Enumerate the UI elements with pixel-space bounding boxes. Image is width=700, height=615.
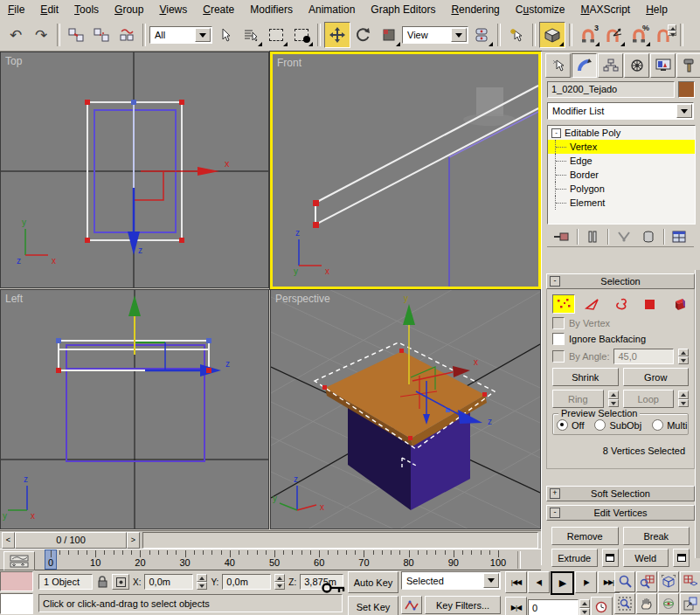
stack-item-vertex[interactable]: Vertex (548, 140, 695, 154)
preview-multi-radio[interactable] (652, 419, 663, 431)
auto-key-button[interactable]: Auto Key (348, 571, 399, 593)
bind-to-space-warp-icon[interactable] (114, 23, 139, 47)
default-tangent-icon[interactable] (401, 596, 422, 614)
selection-rollout-header[interactable]: - Selection (546, 273, 695, 289)
dropdown-arrow-icon[interactable] (195, 28, 211, 42)
select-object-icon[interactable] (213, 23, 238, 47)
menu-item-file[interactable]: File (0, 1, 32, 18)
menu-item-graph-editors[interactable]: Graph Editors (363, 1, 443, 18)
stack-item-element[interactable]: Element (548, 196, 695, 210)
previous-frame-arrow[interactable]: < (2, 532, 15, 549)
soft-selection-rollout-header[interactable]: + Soft Selection (546, 486, 695, 501)
collapse-icon[interactable]: - (550, 276, 560, 287)
spinner-snap-icon[interactable] (652, 23, 676, 47)
dropdown-arrow-icon[interactable] (676, 104, 692, 118)
loop-button[interactable]: Loop (623, 390, 675, 408)
modifier-stack[interactable]: -Editable PolyVertexEdgeBorderPolygonEle… (547, 125, 696, 225)
menu-item-rendering[interactable]: Rendering (443, 1, 507, 18)
menu-item-modifiers[interactable]: Modifiers (242, 1, 301, 18)
object-color-swatch[interactable] (678, 81, 695, 98)
viewport-perspective[interactable]: Perspective y (271, 290, 540, 529)
selection-set-dropdown[interactable]: Selected (401, 571, 501, 590)
object-name-field[interactable]: 1_0200_Tejado (547, 81, 675, 98)
select-and-rotate-icon[interactable] (351, 23, 376, 47)
arc-rotate-icon[interactable] (658, 593, 679, 614)
mini-curve-editor-icon[interactable] (3, 551, 35, 570)
time-configuration-icon[interactable] (591, 597, 613, 615)
maxscript-listener-pane[interactable] (0, 593, 33, 614)
by-angle-row[interactable]: By Angle: 45,0 (547, 347, 694, 366)
unlink-selection-icon[interactable] (89, 23, 114, 47)
edit-vertices-rollout-header[interactable]: - Edit Vertices (546, 505, 695, 521)
zoom-all-icon[interactable] (636, 571, 657, 592)
ignore-backfacing-checkbox[interactable] (552, 333, 565, 345)
next-frame-icon[interactable]: |▶ (575, 571, 597, 593)
viewport-front[interactable]: Front z y x (270, 52, 541, 289)
create-tab[interactable] (545, 53, 571, 78)
time-slider-track[interactable] (142, 532, 538, 549)
rectangular-selection-region-icon[interactable] (264, 23, 288, 47)
keyboard-shortcut-override-icon[interactable] (322, 581, 346, 595)
track-bar[interactable]: 0102030405060708090100 (0, 549, 541, 570)
polygon-subobject-icon[interactable] (640, 295, 661, 313)
menu-item-tools[interactable]: Tools (66, 1, 107, 18)
configure-modifier-sets-icon[interactable] (669, 228, 689, 245)
utilities-tab[interactable] (676, 53, 700, 78)
extrude-button[interactable]: Extrude (551, 549, 598, 567)
display-tab[interactable] (650, 53, 676, 78)
expand-icon[interactable]: + (550, 488, 560, 499)
menu-item-views[interactable]: Views (151, 1, 195, 18)
select-and-manipulate-icon[interactable] (504, 23, 529, 47)
edge-subobject-icon[interactable] (583, 295, 604, 313)
remove-button[interactable]: Remove (551, 527, 619, 545)
y-spinner[interactable] (274, 574, 285, 590)
key-filters-button[interactable]: Key Filters... (425, 596, 501, 614)
menu-item-create[interactable]: Create (195, 1, 242, 18)
extrude-settings-button[interactable] (602, 549, 619, 567)
time-slider-handle[interactable]: 0 / 100 (15, 532, 127, 549)
dropdown-arrow-icon[interactable] (483, 573, 499, 588)
absolute-offset-toggle-icon[interactable] (112, 574, 129, 590)
select-and-move-icon[interactable] (324, 22, 350, 48)
select-and-scale-icon[interactable] (377, 23, 401, 47)
redo-icon[interactable]: ↷ (29, 23, 53, 47)
next-frame-arrow[interactable]: > (127, 532, 140, 549)
menu-item-group[interactable]: Group (107, 1, 151, 18)
zoom-icon[interactable] (614, 571, 635, 592)
preview-subobj-radio[interactable] (594, 419, 606, 431)
ring-button[interactable]: Ring (552, 390, 604, 408)
dropdown-arrow-icon[interactable] (451, 28, 467, 42)
stack-item-root[interactable]: -Editable Poly (548, 126, 695, 140)
break-button[interactable]: Break (623, 527, 690, 545)
key-mode-toggle-icon[interactable]: ▶|◀ (505, 597, 527, 615)
menu-item-help[interactable]: Help (638, 1, 676, 18)
make-unique-icon[interactable] (614, 228, 634, 245)
previous-frame-icon[interactable]: ◀| (528, 571, 550, 593)
reference-coordinate-dropdown[interactable]: View (402, 26, 468, 44)
show-end-result-icon[interactable] (583, 228, 602, 245)
motion-tab[interactable] (624, 53, 649, 78)
play-icon[interactable]: ▶ (551, 571, 574, 595)
stack-expand-icon[interactable]: - (551, 128, 561, 138)
by-angle-field[interactable]: 45,0 (613, 349, 674, 364)
zoom-region-icon[interactable] (614, 593, 635, 614)
x-spinner[interactable] (197, 574, 207, 590)
by-vertex-checkbox[interactable] (552, 317, 565, 329)
menu-item-animation[interactable]: Animation (301, 1, 363, 18)
angle-snap-icon[interactable] (601, 23, 626, 47)
grow-button[interactable]: Grow (623, 368, 690, 386)
pan-icon[interactable] (636, 593, 657, 614)
weld-settings-button[interactable] (673, 549, 690, 567)
window-crossing-icon[interactable] (289, 23, 314, 47)
y-coordinate-field[interactable]: 0,0m (222, 574, 271, 590)
by-vertex-row[interactable]: By Vertex (547, 315, 694, 331)
zoom-extents-icon[interactable] (658, 571, 679, 592)
snaps-toggle-icon[interactable] (539, 22, 565, 48)
element-subobject-icon[interactable] (668, 295, 689, 313)
viewport-top[interactable]: Top x z y z (1, 52, 268, 287)
ring-spinner[interactable] (608, 390, 619, 407)
stack-item-polygon[interactable]: Polygon (548, 182, 695, 196)
ignore-backfacing-row[interactable]: Ignore Backfacing (547, 331, 694, 347)
percent-snap-icon[interactable]: % (627, 23, 651, 47)
collapse-icon[interactable]: - (550, 508, 560, 518)
